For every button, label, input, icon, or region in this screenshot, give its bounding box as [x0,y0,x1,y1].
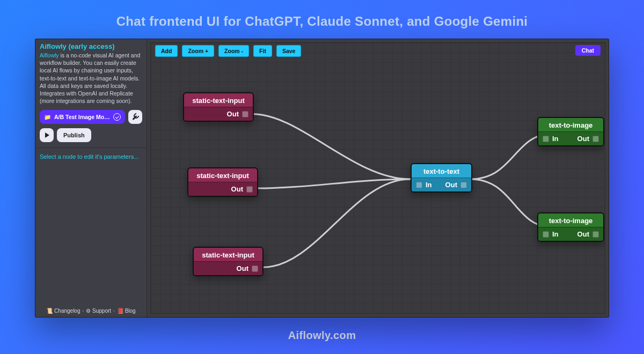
check-icon [113,113,121,121]
node-port-in[interactable]: In [538,132,571,145]
canvas[interactable]: Add Zoom + Zoom - Fit Save Chat [150,42,605,314]
app-brand: Aiflowly (early access) [40,42,142,50]
port-handle-icon[interactable] [252,266,258,272]
settings-button[interactable] [128,110,142,124]
footer-changelog[interactable]: 📜 Changelog [46,308,80,314]
port-handle-icon[interactable] [592,231,599,238]
port-handle-icon[interactable] [543,231,549,238]
port-handle-icon[interactable] [416,182,422,188]
node-text-to-image-1[interactable]: text-to-image In Out [537,117,604,146]
node-title: static-text-input [194,248,262,261]
node-title: text-to-image [538,118,603,131]
node-title: text-to-text [412,164,471,178]
publish-button[interactable]: Publish [57,128,91,142]
page-title: Chat frontend UI for ChatGPT, Claude Son… [116,14,528,29]
port-handle-icon[interactable] [242,111,248,117]
node-static-text-input-2[interactable]: static-text-input Out [187,167,258,197]
fit-button[interactable]: Fit [253,45,272,57]
node-text-to-image-2[interactable]: text-to-image In Out [537,212,604,242]
app-brand-inline: Aiflowly [40,52,59,58]
sidebar-footer: 📜 Changelog · ⚙ Support · 📕 Blog [35,308,147,314]
workflow-selector[interactable]: 📁 A/B Test Image Model... [40,110,125,124]
run-button[interactable] [40,128,54,142]
port-handle-icon[interactable] [592,136,599,142]
wrench-icon [131,113,139,121]
sidebar: Aiflowly (early access) Aiflowly is a no… [35,39,147,317]
node-port-in[interactable]: In [538,227,571,241]
node-port-out[interactable]: Out [188,182,257,196]
port-handle-icon[interactable] [246,186,253,193]
zoom-in-button[interactable]: Zoom + [182,45,214,57]
page-footer: Aiflowly.com [288,329,356,342]
node-title: text-to-image [538,213,603,227]
node-port-out[interactable]: Out [194,262,262,275]
add-button[interactable]: Add [155,45,178,57]
node-title: static-text-input [184,93,253,107]
node-static-text-input-1[interactable]: static-text-input Out [183,92,254,122]
footer-blog[interactable]: 📕 Blog [117,308,136,314]
publish-label: Publish [63,132,85,138]
canvas-wrap: Add Zoom + Zoom - Fit Save Chat [147,39,609,317]
save-button[interactable]: Save [276,45,302,57]
play-icon [45,132,49,138]
node-title: static-text-input [188,168,257,182]
node-port-out[interactable]: Out [571,227,604,241]
node-port-in[interactable]: In [412,178,441,191]
node-port-out[interactable]: Out [441,178,471,191]
zoom-out-button[interactable]: Zoom - [218,45,249,57]
node-static-text-input-3[interactable]: static-text-input Out [193,247,264,276]
footer-support[interactable]: ⚙ Support [86,308,111,314]
chat-button[interactable]: Chat [575,45,601,56]
folder-icon: 📁 [44,114,51,121]
node-text-to-text[interactable]: text-to-text In Out [411,163,472,193]
app-description: Aiflowly is a no-code visual AI agent an… [40,51,142,105]
sidebar-hint: Select a node to edit it's parameters... [40,152,142,160]
sidebar-divider [35,148,147,148]
port-handle-icon[interactable] [460,182,467,188]
node-port-out[interactable]: Out [571,132,604,145]
node-port-out[interactable]: Out [184,107,253,121]
port-handle-icon[interactable] [543,136,549,142]
workflow-selector-label: A/B Test Image Model... [54,114,110,120]
app-description-text: is a no-code visual AI agent and workflo… [40,52,140,104]
toolbar: Add Zoom + Zoom - Fit Save [155,45,301,57]
app-frame: Aiflowly (early access) Aiflowly is a no… [35,39,609,318]
